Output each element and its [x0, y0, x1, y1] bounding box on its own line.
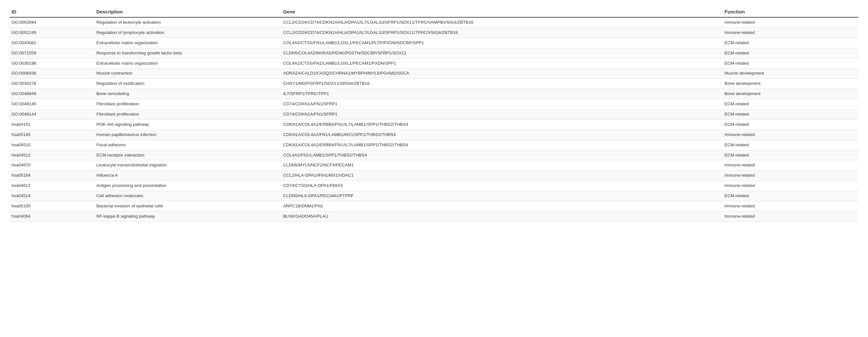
cell-function: ECM-related: [723, 140, 859, 150]
cell-function: Immune-related: [723, 201, 859, 212]
cell-id: hsa05164: [9, 171, 94, 181]
cell-gene: CDKN1A/COL4A2/FN1/LAMB1/MX1/SPP1/THBS2/T…: [281, 130, 723, 140]
cell-function: ECM-related: [723, 48, 859, 58]
column-header-id: ID: [9, 6, 94, 17]
cell-id: GO:0051249: [9, 28, 94, 38]
cell-function: Bone development: [723, 79, 859, 89]
cell-description: Influenza A: [94, 171, 281, 181]
cell-gene: ADRA2A/CALD1/CASQ2/CHRNA1/MYBPH/MYL5/PGA…: [281, 68, 723, 79]
table-row: GO:0046849Bone remodelingIL7/SFRP1/TFRC/…: [9, 89, 859, 99]
cell-gene: COL4A2/CTSS/FN1/LAMB1/LOXL1/PECAM1/PLTP/…: [281, 38, 723, 48]
cell-description: Bone remodeling: [94, 89, 281, 99]
cell-function: ECM-related: [723, 191, 859, 201]
cell-gene: CHSY1/MGP/SFRP1/SOX11/SRGN/ZBTB16: [281, 79, 723, 89]
cell-description: Fibroblast proliferation: [94, 99, 281, 110]
cell-description: Regulation of lymphocyte activation: [94, 28, 281, 38]
cell-function: ECM-related: [723, 38, 859, 48]
cell-id: hsa04612: [9, 181, 94, 191]
table-row: hsa05165Human papillomavirus infectionCD…: [9, 130, 859, 140]
table-row: GO:0030278Regulation of ossificationCHSY…: [9, 79, 859, 89]
cell-id: hsa04064: [9, 211, 94, 221]
cell-gene: CDKN1A/COL4A2/ERBB4/FN1/IL7/LAMB1/SPP1/T…: [281, 119, 723, 130]
cell-description: Regulation of leukocyte activation: [94, 17, 281, 28]
cell-function: Immune-related: [723, 130, 859, 140]
table-row: hsa05100Bacterial invasion of epithelial…: [9, 201, 859, 212]
cell-gene: COL4A2/CTSS/FN1/LAMB1/LOXL1/PECAM1/PXDN/…: [281, 58, 723, 68]
cell-gene: CCL2/HLA-DPA1/IFIH1/MX1/VDAC1: [281, 171, 723, 181]
cell-gene: ARPC1B/DNM1/FN1: [281, 201, 723, 212]
cell-gene: IL7/SFRP1/TFRC/TPP1: [281, 89, 723, 99]
table-row: hsa04514Cell adhesion moleculesCLDN5/HLA…: [9, 191, 859, 201]
cell-description: NF-kappa B signaling pathway: [94, 211, 281, 221]
cell-function: Immune-related: [723, 211, 859, 221]
table-row: hsa04151PI3K-Akt signaling pathwayCDKN1A…: [9, 119, 859, 130]
cell-description: Leukocyte transendothelial migration: [94, 160, 281, 171]
cell-gene: CLDN5/MYL5/NCF2/NCF4/PECAM1: [281, 160, 723, 171]
cell-id: GO:0002694: [9, 17, 94, 28]
cell-description: PI3K-Akt signaling pathway: [94, 119, 281, 130]
column-header-description: Description: [94, 6, 281, 17]
cell-description: Human papillomavirus infection: [94, 130, 281, 140]
cell-id: GO:0006936: [9, 68, 94, 79]
cell-gene: CD74/CDKN1A/FN1/SFRP1: [281, 99, 723, 110]
cell-function: Immune-related: [723, 28, 859, 38]
cell-function: ECM-related: [723, 58, 859, 68]
cell-id: GO:0048145: [9, 99, 94, 110]
table-row: GO:0048144Fibroblast proliferationCD74/C…: [9, 110, 859, 120]
cell-gene: CD74/CDKN1A/FN1/SFRP1: [281, 110, 723, 120]
cell-id: GO:0046849: [9, 89, 94, 99]
cell-id: hsa04514: [9, 191, 94, 201]
cell-gene: CCL2/CD24/CD74/CDKN1A/HLA/DPA1/IL7/LGALS…: [281, 17, 723, 28]
cell-function: ECM-related: [723, 119, 859, 130]
cell-id: GO:0048144: [9, 110, 94, 120]
cell-gene: COL4A2/FN1/LAMB1/SPP1/THBS2/THBS4: [281, 150, 723, 160]
cell-id: GO:0043062: [9, 38, 94, 48]
cell-function: Immune-related: [723, 160, 859, 171]
cell-description: Muscle contraction: [94, 68, 281, 79]
cell-function: Immune-related: [723, 181, 859, 191]
column-header-gene: Gene: [281, 6, 723, 17]
cell-id: GO:0071559: [9, 48, 94, 58]
cell-function: ECM-related: [723, 99, 859, 110]
cell-description: Extracellular matrix organization: [94, 58, 281, 68]
cell-function: ECM-related: [723, 150, 859, 160]
cell-id: hsa05100: [9, 201, 94, 212]
cell-gene: BLNK/GADD45A/PLAU: [281, 211, 723, 221]
cell-gene: CLDN5/HLA-DPA1/PECAM1/PTPRF: [281, 191, 723, 201]
cell-id: hsa04151: [9, 119, 94, 130]
cell-gene: CLDN5/COL4A2/MXRA5/PENK/POSTN/SDCBP/SFRP…: [281, 48, 723, 58]
cell-description: Bacterial invasion of epithelial cells: [94, 201, 281, 212]
table-row: GO:0048145Fibroblast proliferationCD74/C…: [9, 99, 859, 110]
cell-id: GO:0030198: [9, 58, 94, 68]
table-row: GO:0051249Regulation of lymphocyte activ…: [9, 28, 859, 38]
cell-description: Regulation of ossification: [94, 79, 281, 89]
cell-gene: CCL2/CD24/CD74/CDKN1A/HLA/DPA1/IL7/LGALS…: [281, 28, 723, 38]
cell-function: Muscle development: [723, 68, 859, 79]
cell-id: GO:0030278: [9, 79, 94, 89]
cell-description: Extracellular matrix organization: [94, 38, 281, 48]
table-row: GO:0030198Extracellular matrix organizat…: [9, 58, 859, 68]
cell-description: Cell adhesion molecules: [94, 191, 281, 201]
table-row: hsa05164Influenza ACCL2/HLA-DPA1/IFIH1/M…: [9, 171, 859, 181]
table-row: hsa04512ECM-receptor interactionCOL4A2/F…: [9, 150, 859, 160]
cell-description: ECM-receptor interaction: [94, 150, 281, 160]
table-row: hsa04670Leukocyte transendothelial migra…: [9, 160, 859, 171]
table-row: GO:0002694Regulation of leukocyte activa…: [9, 17, 859, 28]
cell-id: hsa05165: [9, 130, 94, 140]
cell-function: Bone development: [723, 89, 859, 99]
cell-function: ECM-related: [723, 110, 859, 120]
table-row: GO:0006936Muscle contractionADRA2A/CALD1…: [9, 68, 859, 79]
cell-function: Immune-related: [723, 171, 859, 181]
cell-id: hsa04670: [9, 160, 94, 171]
table-row: hsa04510Focal adhesionCDKN1A/COL4A2/ERBB…: [9, 140, 859, 150]
table-row: hsa04612Antigen processing and presentat…: [9, 181, 859, 191]
table-row: GO:0071559Response to transforming growt…: [9, 48, 859, 58]
cell-description: Focal adhesion: [94, 140, 281, 150]
cell-gene: CD74/CTSS/HLA-DPA1/PDIA3: [281, 181, 723, 191]
cell-id: hsa04510: [9, 140, 94, 150]
cell-description: Antigen processing and presentation: [94, 181, 281, 191]
cell-description: Fibroblast proliferation: [94, 110, 281, 120]
table-row: hsa04064NF-kappa B signaling pathwayBLNK…: [9, 211, 859, 221]
table-row: GO:0043062Extracellular matrix organizat…: [9, 38, 859, 48]
cell-description: Response to transforming growth factor b…: [94, 48, 281, 58]
